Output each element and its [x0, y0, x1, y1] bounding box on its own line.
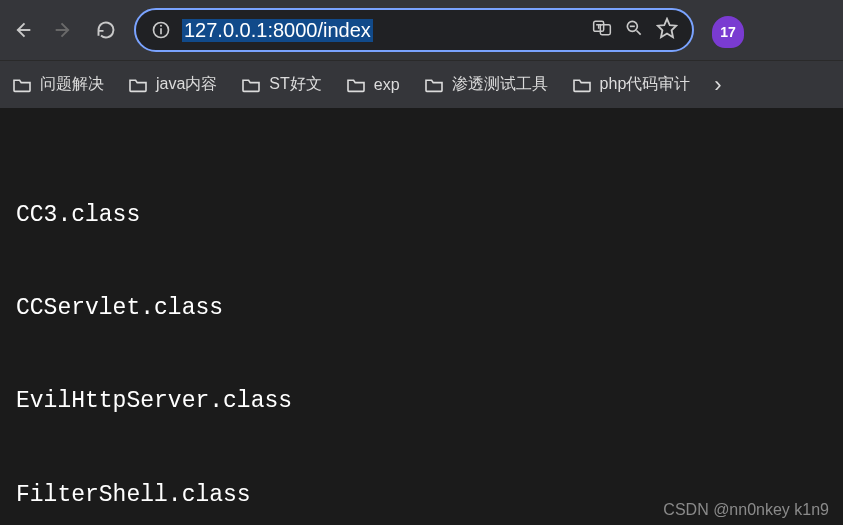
bookmark-label: ST好文 — [269, 74, 321, 95]
list-item[interactable]: CCServlet.class — [16, 293, 827, 324]
folder-icon — [241, 77, 261, 93]
reload-button[interactable] — [92, 16, 120, 44]
bookmark-folder[interactable]: php代码审计 — [572, 74, 691, 95]
zoom-icon[interactable] — [624, 18, 644, 42]
svg-marker-10 — [658, 19, 676, 37]
bookmark-label: php代码审计 — [600, 74, 691, 95]
url-text[interactable]: 127.0.0.1:8000/index — [182, 19, 373, 42]
bookmark-label: 渗透测试工具 — [452, 74, 548, 95]
back-button[interactable] — [8, 16, 36, 44]
arrow-right-icon — [54, 20, 74, 40]
folder-icon — [346, 77, 366, 93]
bookmark-folder[interactable]: ST好文 — [241, 74, 321, 95]
extension-badge[interactable]: 17 — [712, 16, 744, 48]
bookmark-label: exp — [374, 76, 400, 94]
bookmarks-bar: 问题解决 java内容 ST好文 exp 渗透测试工具 php代码审计 › — [0, 60, 843, 108]
watermark: CSDN @nn0nkey k1n9 — [663, 501, 829, 519]
svg-point-4 — [160, 25, 162, 27]
browser-toolbar: 127.0.0.1:8000/index 17 — [0, 0, 843, 60]
list-item[interactable]: CC3.class — [16, 200, 827, 231]
svg-line-8 — [637, 31, 641, 35]
chevron-right-icon: › — [714, 72, 721, 98]
translate-icon[interactable] — [592, 18, 612, 42]
bookmark-folder[interactable]: 问题解决 — [12, 74, 104, 95]
arrow-left-icon — [12, 20, 32, 40]
reload-icon — [96, 20, 116, 40]
folder-icon — [572, 77, 592, 93]
folder-icon — [12, 77, 32, 93]
address-bar[interactable]: 127.0.0.1:8000/index — [134, 8, 694, 52]
bookmark-star-icon[interactable] — [656, 17, 678, 43]
site-info-icon[interactable] — [150, 19, 172, 41]
bookmark-label: java内容 — [156, 74, 217, 95]
directory-listing: CC3.class CCServlet.class EvilHttpServer… — [16, 138, 827, 525]
forward-button[interactable] — [50, 16, 78, 44]
list-item[interactable]: EvilHttpServer.class — [16, 386, 827, 417]
bookmark-label: 问题解决 — [40, 74, 104, 95]
bookmark-folder[interactable]: exp — [346, 76, 400, 94]
bookmark-folder[interactable]: 渗透测试工具 — [424, 74, 548, 95]
page-viewport: CC3.class CCServlet.class EvilHttpServer… — [0, 108, 843, 525]
bookmark-folder[interactable]: java内容 — [128, 74, 217, 95]
folder-icon — [424, 77, 444, 93]
extension-badge-text: 17 — [720, 24, 736, 40]
svg-rect-6 — [600, 25, 610, 35]
folder-icon — [128, 77, 148, 93]
bookmarks-overflow[interactable]: › — [714, 72, 721, 98]
